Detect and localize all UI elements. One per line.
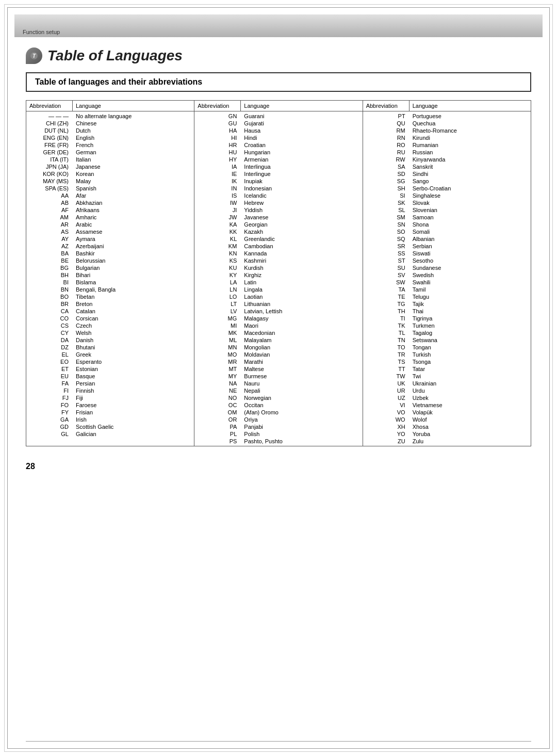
page-border-inner — [7, 7, 550, 749]
bottom-line — [26, 741, 531, 742]
